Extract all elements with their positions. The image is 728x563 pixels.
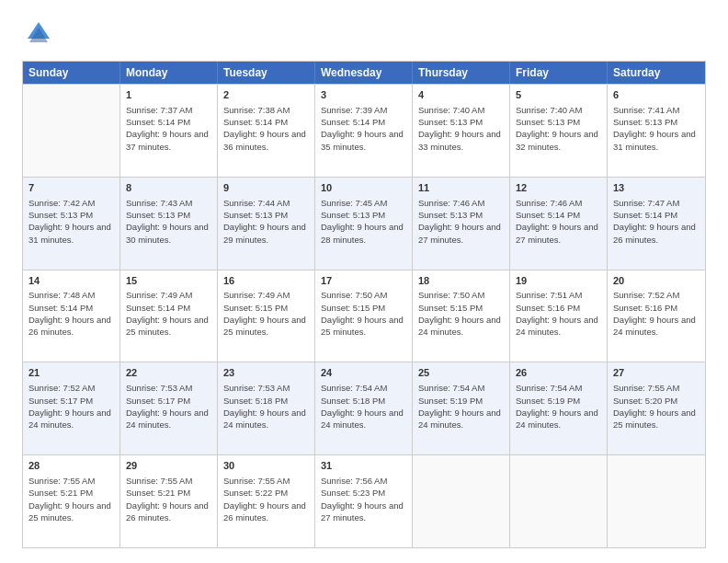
header-day-friday: Friday (510, 62, 608, 84)
header (22, 18, 706, 52)
day-number: 19 (516, 274, 601, 288)
day-info: Sunrise: 7:48 AMSunset: 5:14 PMDaylight:… (28, 289, 114, 338)
day-number: 10 (321, 181, 406, 195)
day-number: 6 (613, 88, 700, 102)
empty-cell (608, 455, 705, 547)
day-cell-16: 16Sunrise: 7:49 AMSunset: 5:15 PMDayligh… (218, 270, 315, 362)
day-info: Sunrise: 7:52 AMSunset: 5:16 PMDaylight:… (613, 289, 700, 338)
day-info: Sunrise: 7:55 AMSunset: 5:22 PMDaylight:… (223, 475, 309, 523)
day-cell-12: 12Sunrise: 7:46 AMSunset: 5:14 PMDayligh… (510, 178, 608, 270)
day-info: Sunrise: 7:41 AMSunset: 5:13 PMDaylight:… (613, 104, 700, 153)
day-cell-26: 26Sunrise: 7:54 AMSunset: 5:19 PMDayligh… (510, 362, 608, 454)
day-number: 5 (516, 88, 601, 102)
empty-cell (23, 85, 120, 177)
day-number: 28 (28, 459, 114, 473)
day-info: Sunrise: 7:40 AMSunset: 5:13 PMDaylight:… (516, 104, 601, 153)
day-number: 22 (126, 366, 211, 380)
day-number: 23 (223, 366, 309, 380)
day-info: Sunrise: 7:54 AMSunset: 5:19 PMDaylight:… (516, 382, 601, 431)
day-number: 30 (223, 459, 309, 473)
day-info: Sunrise: 7:55 AMSunset: 5:21 PMDaylight:… (126, 475, 211, 523)
day-info: Sunrise: 7:42 AMSunset: 5:13 PMDaylight:… (28, 197, 114, 246)
calendar: SundayMondayTuesdayWednesdayThursdayFrid… (22, 61, 706, 548)
header-day-monday: Monday (120, 62, 218, 84)
day-number: 8 (126, 181, 211, 195)
day-number: 2 (223, 88, 309, 102)
day-cell-7: 7Sunrise: 7:42 AMSunset: 5:13 PMDaylight… (23, 178, 120, 270)
day-number: 26 (516, 366, 601, 380)
day-cell-19: 19Sunrise: 7:51 AMSunset: 5:16 PMDayligh… (510, 270, 608, 362)
day-cell-22: 22Sunrise: 7:53 AMSunset: 5:17 PMDayligh… (120, 362, 218, 454)
day-info: Sunrise: 7:46 AMSunset: 5:13 PMDaylight:… (418, 197, 504, 246)
day-info: Sunrise: 7:50 AMSunset: 5:15 PMDaylight:… (321, 289, 406, 338)
day-info: Sunrise: 7:53 AMSunset: 5:18 PMDaylight:… (223, 382, 309, 431)
day-cell-25: 25Sunrise: 7:54 AMSunset: 5:19 PMDayligh… (413, 362, 510, 454)
day-cell-24: 24Sunrise: 7:54 AMSunset: 5:18 PMDayligh… (315, 362, 413, 454)
day-info: Sunrise: 7:51 AMSunset: 5:16 PMDaylight:… (516, 289, 601, 338)
day-number: 25 (418, 366, 504, 380)
day-info: Sunrise: 7:43 AMSunset: 5:13 PMDaylight:… (126, 197, 211, 246)
day-cell-31: 31Sunrise: 7:56 AMSunset: 5:23 PMDayligh… (315, 455, 413, 547)
day-cell-15: 15Sunrise: 7:49 AMSunset: 5:14 PMDayligh… (120, 270, 218, 362)
day-cell-18: 18Sunrise: 7:50 AMSunset: 5:15 PMDayligh… (413, 270, 510, 362)
day-number: 11 (418, 181, 504, 195)
day-cell-28: 28Sunrise: 7:55 AMSunset: 5:21 PMDayligh… (23, 455, 120, 547)
day-info: Sunrise: 7:45 AMSunset: 5:13 PMDaylight:… (321, 197, 406, 246)
day-cell-14: 14Sunrise: 7:48 AMSunset: 5:14 PMDayligh… (23, 270, 120, 362)
day-info: Sunrise: 7:50 AMSunset: 5:15 PMDaylight:… (418, 289, 504, 338)
day-info: Sunrise: 7:47 AMSunset: 5:14 PMDaylight:… (613, 197, 700, 246)
empty-cell (413, 455, 510, 547)
week-row-4: 28Sunrise: 7:55 AMSunset: 5:21 PMDayligh… (23, 454, 705, 547)
day-cell-11: 11Sunrise: 7:46 AMSunset: 5:13 PMDayligh… (413, 178, 510, 270)
day-number: 17 (321, 274, 406, 288)
day-cell-8: 8Sunrise: 7:43 AMSunset: 5:13 PMDaylight… (120, 178, 218, 270)
calendar-body: 1Sunrise: 7:37 AMSunset: 5:14 PMDaylight… (23, 84, 705, 547)
day-number: 15 (126, 274, 211, 288)
day-info: Sunrise: 7:39 AMSunset: 5:14 PMDaylight:… (321, 104, 406, 153)
day-number: 14 (28, 274, 114, 288)
day-info: Sunrise: 7:56 AMSunset: 5:23 PMDaylight:… (321, 475, 406, 523)
day-info: Sunrise: 7:55 AMSunset: 5:20 PMDaylight:… (613, 382, 700, 431)
day-cell-13: 13Sunrise: 7:47 AMSunset: 5:14 PMDayligh… (608, 178, 705, 270)
day-cell-9: 9Sunrise: 7:44 AMSunset: 5:13 PMDaylight… (218, 178, 315, 270)
day-cell-20: 20Sunrise: 7:52 AMSunset: 5:16 PMDayligh… (608, 270, 705, 362)
day-cell-4: 4Sunrise: 7:40 AMSunset: 5:13 PMDaylight… (413, 85, 510, 177)
week-row-2: 14Sunrise: 7:48 AMSunset: 5:14 PMDayligh… (23, 270, 705, 362)
header-day-saturday: Saturday (608, 62, 705, 84)
day-cell-17: 17Sunrise: 7:50 AMSunset: 5:15 PMDayligh… (315, 270, 413, 362)
day-cell-5: 5Sunrise: 7:40 AMSunset: 5:13 PMDaylight… (510, 85, 608, 177)
day-number: 31 (321, 459, 406, 473)
day-cell-29: 29Sunrise: 7:55 AMSunset: 5:21 PMDayligh… (120, 455, 218, 547)
day-number: 21 (28, 366, 114, 380)
day-number: 7 (28, 181, 114, 195)
day-cell-2: 2Sunrise: 7:38 AMSunset: 5:14 PMDaylight… (218, 85, 315, 177)
logo-icon (22, 18, 55, 52)
day-cell-3: 3Sunrise: 7:39 AMSunset: 5:14 PMDaylight… (315, 85, 413, 177)
page: SundayMondayTuesdayWednesdayThursdayFrid… (0, 0, 728, 563)
day-cell-30: 30Sunrise: 7:55 AMSunset: 5:22 PMDayligh… (218, 455, 315, 547)
day-cell-23: 23Sunrise: 7:53 AMSunset: 5:18 PMDayligh… (218, 362, 315, 454)
header-day-sunday: Sunday (23, 62, 120, 84)
day-info: Sunrise: 7:38 AMSunset: 5:14 PMDaylight:… (223, 104, 309, 153)
day-number: 3 (321, 88, 406, 102)
week-row-3: 21Sunrise: 7:52 AMSunset: 5:17 PMDayligh… (23, 362, 705, 454)
day-cell-21: 21Sunrise: 7:52 AMSunset: 5:17 PMDayligh… (23, 362, 120, 454)
header-day-tuesday: Tuesday (218, 62, 315, 84)
empty-cell (510, 455, 608, 547)
day-cell-1: 1Sunrise: 7:37 AMSunset: 5:14 PMDaylight… (120, 85, 218, 177)
day-info: Sunrise: 7:54 AMSunset: 5:19 PMDaylight:… (418, 382, 504, 431)
day-info: Sunrise: 7:53 AMSunset: 5:17 PMDaylight:… (126, 382, 211, 431)
day-cell-10: 10Sunrise: 7:45 AMSunset: 5:13 PMDayligh… (315, 178, 413, 270)
day-number: 29 (126, 459, 211, 473)
week-row-0: 1Sunrise: 7:37 AMSunset: 5:14 PMDaylight… (23, 84, 705, 177)
day-info: Sunrise: 7:49 AMSunset: 5:14 PMDaylight:… (126, 289, 211, 338)
header-day-thursday: Thursday (413, 62, 510, 84)
day-number: 1 (126, 88, 211, 102)
header-day-wednesday: Wednesday (315, 62, 413, 84)
day-info: Sunrise: 7:49 AMSunset: 5:15 PMDaylight:… (223, 289, 309, 338)
day-number: 13 (613, 181, 700, 195)
week-row-1: 7Sunrise: 7:42 AMSunset: 5:13 PMDaylight… (23, 177, 705, 270)
day-info: Sunrise: 7:55 AMSunset: 5:21 PMDaylight:… (28, 475, 114, 523)
day-info: Sunrise: 7:54 AMSunset: 5:18 PMDaylight:… (321, 382, 406, 431)
day-number: 20 (613, 274, 700, 288)
